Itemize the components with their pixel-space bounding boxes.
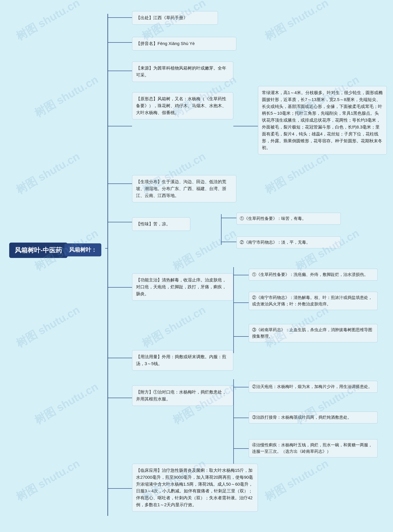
xingwei-sub2-text: ②《南宁市药物志》：淡，平，无毒。 bbox=[240, 240, 310, 245]
gongneng-sub2-hline bbox=[233, 302, 249, 303]
branch-line-pinyin bbox=[108, 42, 132, 43]
watermark-9: 树图 shutu.cn bbox=[262, 149, 331, 197]
main-vertical-line bbox=[108, 14, 108, 516]
box-shenjingfenbu: 【生境分布】生于溪边、沟边、田边、低洼的荒坡、潮湿地。分布广东、广西、福建、台湾… bbox=[132, 175, 236, 202]
second-node[interactable]: 风箱树叶： bbox=[64, 243, 101, 256]
gongneng-sub2-text: ②《南宁市药物志》：清热解毒。枝、叶：煎浓汁或捣盐填患处，或含漱治风火牙痛；叶：… bbox=[252, 295, 372, 306]
yuanxingtai-text: 【原形态】风箱树，又名：水杨梅（《生草药性备要》），珠花树、鸡仔木、马烟木、水抱… bbox=[136, 96, 226, 115]
chushu-text: 【出处】江西《草药手册》 bbox=[136, 15, 188, 20]
gongneng-text: 【功能主治】清热解毒，收湿止痒。治皮肤疮，对口疮，天疱疮，烂脚趾，跌打，牙痛，痢… bbox=[136, 278, 226, 296]
box-yuanxingtai-left: 【原形态】风箱树，又名：水杨梅（《生草药性备要》），珠花树、鸡仔木、马烟木、水抱… bbox=[132, 92, 233, 119]
watermark-4: 树图 shutu.cn bbox=[32, 72, 101, 121]
box-xingwei: 【性味】苦，凉。 bbox=[132, 217, 190, 231]
box-pinyin: 【拼音名】Fēng Xiāng Shù Yè bbox=[132, 37, 236, 50]
yuanxingtai-h-line bbox=[233, 126, 258, 126]
watermark-7: 树图 shutu.cn bbox=[13, 149, 83, 197]
box-yuanxingtai-right: 常绿灌木，高1～4米。分枝极多。叶对生，很少轮生，圆形或椭圆披针形，近革质，长7… bbox=[258, 86, 387, 155]
gongneng-sub3-text: ③《岭南草药志》：止血生肌，杀虫止痒，消肿拔毒树图思维导图 搜集整理。 bbox=[252, 327, 372, 339]
yuanxingtai-right-text: 常绿灌木，高1～4米。分枝极多。叶对生，很少轮生，圆形或椭圆披针形，近革质，长7… bbox=[262, 90, 383, 150]
branch-line-linchuang bbox=[108, 488, 132, 489]
linchuang-text: 【临床应用】治疗急性肠胃炎及菌痢：取大叶水杨梅15斤，加水27000毫升，煎至9… bbox=[136, 468, 253, 507]
box-xingwei-sub1: ①《生草药性备要》：味苦，有毒。 bbox=[236, 213, 341, 225]
gongneng-sub1-text: ①《生草药性备要》：洗疮癞、外痔，敷脚趾烂，治水渍损伤。 bbox=[252, 272, 368, 277]
fufang-sub1-hline bbox=[233, 387, 249, 387]
yongfa-text: 【用法用量】外用：捣敷或研末调敷。内服：煎汤，3～5钱。 bbox=[136, 354, 226, 366]
watermark-16: 树图 shutu.cn bbox=[32, 379, 101, 428]
watermark-12: 树图 shutu.cn bbox=[293, 226, 362, 274]
gongneng-sub3-hline bbox=[233, 336, 249, 337]
branch-line-xingwei bbox=[108, 222, 132, 222]
branch-line-laiyuan bbox=[108, 71, 132, 71]
watermark-21: 树图 shutu.cn bbox=[262, 456, 331, 504]
watermark-3: 树图 shutu.cn bbox=[262, 0, 331, 44]
box-gongneng: 【功能主治】清热解毒，收湿止痒。治皮肤疮，对口疮，天疱疮，烂脚趾，跌打，牙痛，痢… bbox=[132, 273, 233, 301]
box-gongneng-sub3: ③《岭南草药志》：止血生肌，杀虫止痒，消肿拔毒树图思维导图 搜集整理。 bbox=[249, 324, 378, 342]
watermark-19: 树图 shutu.cn bbox=[13, 456, 83, 504]
laiyuan-text: 【来源】为茜草科植物风箱树的叶或嫩芽。全年可采。 bbox=[136, 66, 226, 77]
box-fufang-sub3: ④治慢性痢疾：水杨梅叶五钱，捣烂，煎水一碗，和黄糖一两服，连服一至三次。（选方出… bbox=[249, 439, 378, 458]
box-fufang: 【附方】①治对口疮：水杨梅叶，捣烂敷患处，并用其根煎水服。 bbox=[132, 385, 233, 406]
pinyin-text: 【拼音名】Fēng Xiāng Shù Yè bbox=[136, 41, 195, 46]
root-to-second-line bbox=[48, 248, 66, 249]
box-xingwei-sub2: ②《南宁市药物志》：淡，平，无毒。 bbox=[236, 236, 341, 248]
fufang-sub2-text: ③治跌打接骨：水杨梅茎或叶四两，捣烂炖酒敷患处。 bbox=[252, 415, 352, 420]
fufang-sub2-hline bbox=[233, 418, 249, 418]
fufang-sub3-text: ④治慢性痢疾：水杨梅叶五钱，捣烂，煎水一碗，和黄糖一两服，连服一至三次。（选方出… bbox=[252, 443, 372, 454]
xingwei-sub1-hline bbox=[221, 218, 236, 218]
box-laiyuan: 【来源】为茜草科植物风箱树的叶或嫩芽。全年可采。 bbox=[132, 61, 233, 82]
shenjingfenbu-text: 【生境分布】生于溪边、沟边、田边、低洼的荒坡、潮湿地。分布广东、广西、福建、台湾… bbox=[136, 179, 226, 198]
watermark-13: 树图 shutu.cn bbox=[13, 302, 83, 351]
fufang-sub1-text: ②治天疱疮：水杨梅叶，煅为末，加梅片少许，用生油调搽患处。 bbox=[252, 384, 372, 389]
xingwei-vline bbox=[221, 214, 221, 245]
branch-line-shenjing bbox=[108, 183, 132, 184]
branch-line-yuanxingtai bbox=[108, 126, 132, 126]
gongneng-vline bbox=[233, 267, 234, 353]
box-fufang-sub1: ②治天疱疮：水杨梅叶，煅为末，加梅片少许，用生油调搽患处。 bbox=[249, 381, 378, 393]
root-label: 风箱树叶-中医药 bbox=[15, 246, 62, 254]
gongneng-sub1-hline bbox=[233, 275, 249, 275]
branch-line-gongneng bbox=[108, 287, 132, 288]
second-label: 风箱树叶： bbox=[69, 246, 97, 253]
watermark-1: 树图 shutu.cn bbox=[13, 0, 83, 44]
box-yongfa: 【用法用量】外用：捣敷或研末调敷。内服：煎汤，3～5钱。 bbox=[132, 350, 233, 371]
watermark-11: 树图 shutu.cn bbox=[170, 226, 239, 274]
fufang-text: 【附方】①治对口疮：水杨梅叶，捣烂敷患处，并用其根煎水服。 bbox=[136, 390, 226, 401]
fufang-sub3-hline bbox=[233, 448, 249, 449]
branch-line-chushu bbox=[108, 17, 132, 18]
box-linchuang: 【临床应用】治疗急性肠胃炎及菌痢：取大叶水杨梅15斤，加水27000毫升，煎至9… bbox=[132, 464, 258, 512]
branch-line-yongfa bbox=[108, 358, 132, 358]
box-gongneng-sub1: ①《生草药性备要》：洗疮癞、外痔，敷脚趾烂，治水渍损伤。 bbox=[249, 269, 378, 281]
xingwei-text: 【性味】苦，凉。 bbox=[136, 222, 170, 226]
box-gongneng-sub2: ②《南宁市药物志》：清热解毒。枝、叶：煎浓汁或捣盐填患处，或含漱治风火牙痛；叶：… bbox=[249, 292, 378, 310]
box-fufang-sub2: ③治跌打接骨：水杨梅茎或叶四两，捣烂炖酒敷患处。 bbox=[249, 411, 378, 424]
xingwei-sub1-text: ①《生草药性备要》：味苦，有毒。 bbox=[240, 216, 306, 221]
branch-line-fufang bbox=[108, 398, 132, 398]
xingwei-sub2-hline bbox=[221, 242, 236, 242]
root-node[interactable]: 风箱树叶-中医药 bbox=[9, 243, 68, 258]
box-chushu: 【出处】江西《草药手册》 bbox=[132, 11, 218, 25]
watermark-14: 树图 shutu.cn bbox=[139, 302, 208, 351]
